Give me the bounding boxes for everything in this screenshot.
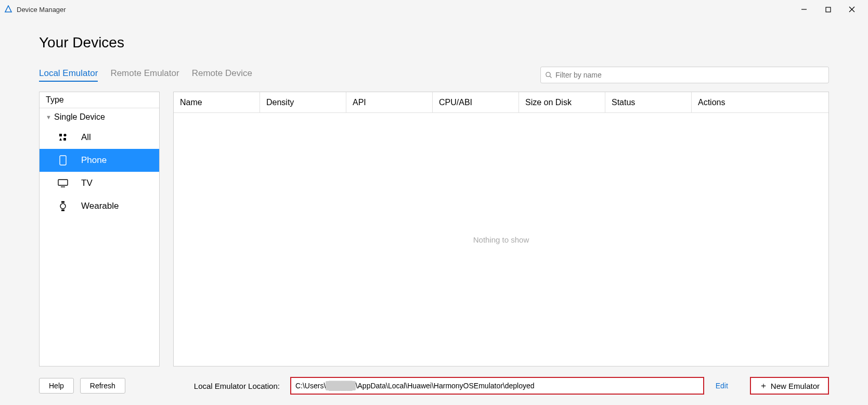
sidebar-item-wearable[interactable]: Wearable — [40, 195, 159, 218]
location-label: Local Emulator Location: — [194, 382, 280, 390]
sidebar-item-label: TV — [81, 178, 93, 188]
watch-icon — [57, 201, 69, 211]
svg-rect-6 — [59, 134, 62, 136]
column-status[interactable]: Status — [605, 92, 692, 112]
search-box[interactable] — [540, 67, 829, 83]
sidebar-item-phone[interactable]: Phone — [40, 149, 159, 172]
refresh-button[interactable]: Refresh — [80, 378, 125, 394]
svg-point-7 — [63, 134, 66, 136]
svg-line-5 — [550, 76, 551, 78]
table-empty-state: Nothing to show — [174, 113, 828, 366]
tree-group-label: Single Device — [54, 112, 105, 122]
window-title: Device Manager — [17, 6, 66, 14]
svg-rect-13 — [61, 201, 64, 203]
location-path-prefix: C:\Users\ — [295, 382, 326, 390]
grid-icon — [57, 133, 69, 142]
tv-icon — [57, 179, 69, 187]
tree-group-single-device[interactable]: ▼ Single Device — [40, 108, 159, 126]
location-path-suffix: \AppData\Local\Huawei\HarmonyOSEmulator\… — [356, 382, 535, 390]
svg-rect-8 — [63, 138, 66, 141]
minimize-button[interactable] — [792, 1, 816, 18]
tab-remote-emulator[interactable]: Remote Emulator — [110, 68, 179, 82]
new-emulator-button[interactable]: ＋ New Emulator — [750, 377, 829, 395]
column-cpu[interactable]: CPU/ABI — [433, 92, 519, 112]
device-table: Name Density API CPU/ABI Size on Disk St… — [173, 92, 829, 366]
tabs: Local Emulator Remote Emulator Remote De… — [39, 68, 252, 82]
maximize-button[interactable] — [816, 1, 840, 18]
table-header: Name Density API CPU/ABI Size on Disk St… — [174, 92, 828, 113]
help-button[interactable]: Help — [39, 378, 74, 394]
sidebar-item-label: Phone — [81, 155, 107, 166]
window: Device Manager Your Devices Local Emulat… — [0, 0, 868, 405]
sidebar-item-tv[interactable]: TV — [40, 172, 159, 195]
sidebar: Type ▼ Single Device All Phone — [39, 92, 160, 366]
column-size[interactable]: Size on Disk — [519, 92, 605, 112]
new-emulator-label: New Emulator — [771, 382, 820, 390]
chevron-down-icon: ▼ — [46, 114, 51, 120]
search-icon — [545, 71, 552, 79]
phone-icon — [57, 155, 69, 166]
sidebar-header: Type — [40, 92, 159, 108]
column-actions[interactable]: Actions — [692, 92, 828, 112]
sidebar-item-all[interactable]: All — [40, 126, 159, 149]
sidebar-item-label: All — [81, 132, 91, 143]
plus-icon: ＋ — [759, 382, 768, 390]
page-title: Your Devices — [39, 34, 829, 51]
edit-location-link[interactable]: Edit — [716, 382, 728, 390]
tab-local-emulator[interactable]: Local Emulator — [39, 68, 98, 82]
search-input[interactable] — [555, 71, 824, 79]
app-icon — [4, 5, 12, 14]
column-name[interactable]: Name — [174, 92, 260, 112]
main-row: Type ▼ Single Device All Phone — [39, 92, 829, 366]
footer: Help Refresh Local Emulator Location: C:… — [39, 377, 829, 395]
titlebar: Device Manager — [0, 0, 868, 19]
location-path-redacted: ████ — [326, 381, 355, 390]
content: Your Devices Local Emulator Remote Emula… — [0, 19, 868, 405]
tab-row: Local Emulator Remote Emulator Remote De… — [39, 67, 829, 83]
column-api[interactable]: API — [346, 92, 433, 112]
location-input-wrap[interactable]: C:\Users\ ████ \AppData\Local\Huawei\Har… — [290, 377, 704, 395]
svg-rect-9 — [60, 156, 66, 165]
sidebar-item-label: Wearable — [81, 201, 119, 211]
svg-point-12 — [60, 204, 66, 209]
svg-point-4 — [546, 72, 550, 77]
svg-rect-14 — [61, 210, 64, 211]
close-button[interactable] — [840, 1, 864, 18]
svg-rect-10 — [58, 180, 68, 185]
column-density[interactable]: Density — [260, 92, 346, 112]
tab-remote-device[interactable]: Remote Device — [192, 68, 252, 82]
svg-rect-1 — [826, 7, 831, 12]
